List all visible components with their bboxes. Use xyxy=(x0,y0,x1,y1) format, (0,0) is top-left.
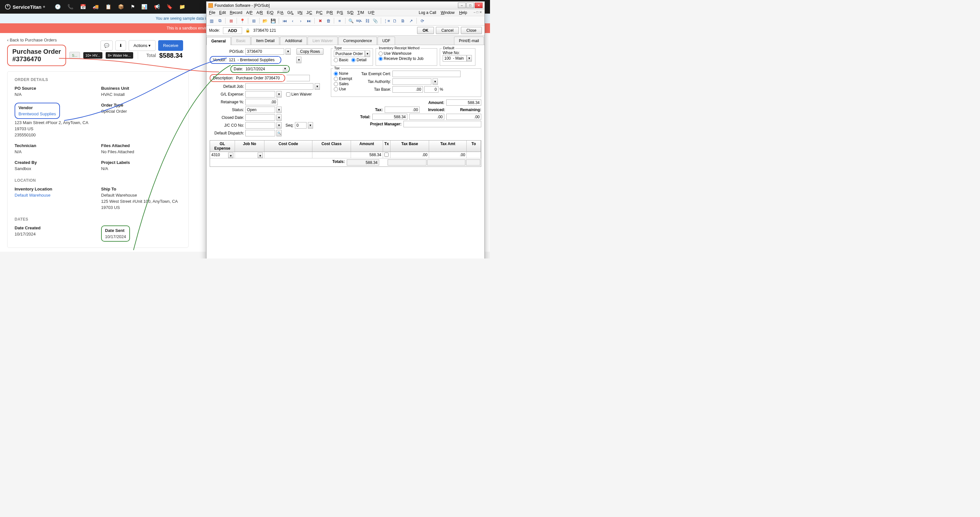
mdi-restore-icon[interactable]: □ xyxy=(476,10,478,15)
tax-sales-radio[interactable] xyxy=(334,82,338,86)
doc-icon[interactable]: 🗎 xyxy=(399,17,406,24)
jcco-input[interactable] xyxy=(245,122,275,128)
menu-sd[interactable]: S/D xyxy=(347,10,353,15)
receive-directly-radio[interactable] xyxy=(379,57,383,61)
ok-button[interactable]: OK xyxy=(417,27,434,34)
actions-button[interactable]: Actions ▾ xyxy=(129,40,156,51)
truck-icon[interactable]: 🚚 xyxy=(93,4,99,10)
flag-icon[interactable]: ⚑ xyxy=(130,4,135,10)
menu-record[interactable]: Record xyxy=(230,10,242,15)
type-select[interactable] xyxy=(334,51,365,57)
search-icon[interactable]: 🔍 xyxy=(348,17,354,24)
whse-input[interactable] xyxy=(443,55,467,62)
export-icon[interactable]: ↗ xyxy=(408,17,414,24)
menu-pr[interactable]: P/R xyxy=(326,10,333,15)
menu-log-call[interactable]: Log a Call xyxy=(419,10,436,15)
tab-print-email[interactable]: Print/E-mail xyxy=(454,36,484,45)
link-icon[interactable]: ⛓ xyxy=(364,17,371,24)
list-icon[interactable]: ≡ xyxy=(336,17,343,24)
delete-icon[interactable]: ✖ xyxy=(317,17,323,24)
dispatch-lookup[interactable]: 🔍 xyxy=(277,130,282,136)
box-icon[interactable]: 📦 xyxy=(118,4,124,10)
project-manager-input[interactable] xyxy=(404,121,481,127)
mdi-minimize-icon[interactable]: – xyxy=(474,10,476,15)
tax-cert-input[interactable] xyxy=(393,71,460,77)
tax-use-radio[interactable] xyxy=(334,87,338,91)
seq-input[interactable] xyxy=(295,122,307,128)
dispatch-input[interactable] xyxy=(245,130,275,136)
minimize-button[interactable]: – xyxy=(458,3,466,8)
status-chip[interactable]: S... xyxy=(69,52,80,59)
menu-pc[interactable]: P/C xyxy=(316,10,323,15)
folder-icon[interactable]: 📁 xyxy=(179,4,185,10)
menu-eq[interactable]: E/Q xyxy=(267,10,274,15)
clipboard-icon[interactable]: 📋 xyxy=(105,4,111,10)
tax-auth-dropdown[interactable]: ▼ xyxy=(433,78,438,85)
col-costcode[interactable]: Cost Code xyxy=(264,141,312,152)
mdi-close-icon[interactable]: ✕ xyxy=(479,10,482,15)
book-icon[interactable]: ▥ xyxy=(208,17,215,24)
menu-help[interactable]: Help xyxy=(459,10,467,15)
menu-file[interactable]: File xyxy=(209,10,215,15)
fnd-desc-input[interactable] xyxy=(235,75,283,81)
amount-input[interactable] xyxy=(446,100,481,106)
col-taxamt[interactable]: Tax Amt xyxy=(429,141,467,152)
first-icon[interactable]: ⏮ xyxy=(281,17,288,24)
vendor-dropdown[interactable]: ▼ xyxy=(296,57,301,63)
calendar-icon[interactable]: 📅 xyxy=(80,4,86,10)
retainage-input[interactable] xyxy=(245,99,278,105)
menu-ar[interactable]: A/R xyxy=(256,10,263,15)
tax-base-input[interactable] xyxy=(393,86,423,93)
default-job-input[interactable] xyxy=(245,83,313,90)
tax-none-radio[interactable] xyxy=(334,71,338,76)
tab-item-detail[interactable]: Item Detail xyxy=(251,36,279,45)
type-detail-radio[interactable] xyxy=(351,58,355,62)
chart-icon[interactable]: 📊 xyxy=(141,4,148,10)
tab-udf[interactable]: UDF xyxy=(377,36,395,45)
pin-icon[interactable]: 📍 xyxy=(239,17,246,24)
col-glexpense[interactable]: GL Expense xyxy=(210,141,235,152)
menu-up[interactable]: U/P xyxy=(368,10,374,15)
status-input[interactable] xyxy=(245,106,275,113)
folder-open-icon[interactable]: 📂 xyxy=(262,17,268,24)
closed-date-input[interactable] xyxy=(245,114,275,121)
fnd-vendor-input[interactable] xyxy=(228,57,279,63)
posub-dropdown[interactable]: ▼ xyxy=(285,48,291,55)
col-costclass[interactable]: Cost Class xyxy=(312,141,351,152)
col-tx[interactable]: Tx xyxy=(383,141,391,152)
row-job-dropdown[interactable]: ▼ xyxy=(258,152,263,158)
back-link[interactable]: ‹ Back to Purchase Orders xyxy=(7,38,57,43)
tax-exempt-radio[interactable] xyxy=(334,77,338,81)
next-icon[interactable]: › xyxy=(298,17,304,24)
close-button[interactable]: ✕ xyxy=(475,3,482,8)
copy-icon[interactable]: ⧉ xyxy=(216,17,223,24)
type-dropdown[interactable]: ▼ xyxy=(365,51,370,57)
menu-jc[interactable]: J/C xyxy=(306,10,312,15)
copy-rows-button[interactable]: Copy Rows xyxy=(296,48,323,55)
megaphone-icon[interactable]: 📢 xyxy=(154,4,160,10)
inventory-location-link[interactable]: Default Warehouse xyxy=(14,193,51,198)
col-taxbase[interactable]: Tax Base xyxy=(390,141,429,152)
grid-row[interactable]: 4310▼ ▼ 588.34 .00 .00 xyxy=(210,152,481,159)
row-tx-checkbox[interactable] xyxy=(384,152,388,157)
new-doc-icon[interactable]: 🗋 xyxy=(391,17,398,24)
prev-icon[interactable]: ‹ xyxy=(290,17,296,24)
stop-icon[interactable]: ⊠ xyxy=(228,17,234,24)
col-amount[interactable]: Amount xyxy=(351,141,383,152)
foundation-titlebar[interactable]: Foundation Software - [PO/Sub] – □ ✕ xyxy=(207,2,485,10)
posub-input[interactable] xyxy=(245,48,284,55)
jcco-dropdown[interactable]: ▼ xyxy=(277,122,282,128)
tab-additional[interactable]: Additional xyxy=(280,36,307,45)
col-jobno[interactable]: Job No xyxy=(235,141,264,152)
use-warehouse-radio[interactable] xyxy=(379,51,383,56)
fnd-date-input[interactable] xyxy=(244,66,283,72)
menu-ps[interactable]: P/S xyxy=(337,10,343,15)
col-total[interactable]: To xyxy=(467,141,481,152)
date-dropdown[interactable]: ▼ xyxy=(283,66,288,72)
attach-icon[interactable]: 📎 xyxy=(372,17,379,24)
seq-dropdown[interactable]: ▼ xyxy=(308,122,313,128)
tab-correspondence[interactable]: Correspondence xyxy=(338,36,377,45)
menu-ap[interactable]: A/P xyxy=(246,10,253,15)
vendor-link[interactable]: Brentwood Supplies xyxy=(19,111,56,116)
last-icon[interactable]: ⏭ xyxy=(305,17,312,24)
